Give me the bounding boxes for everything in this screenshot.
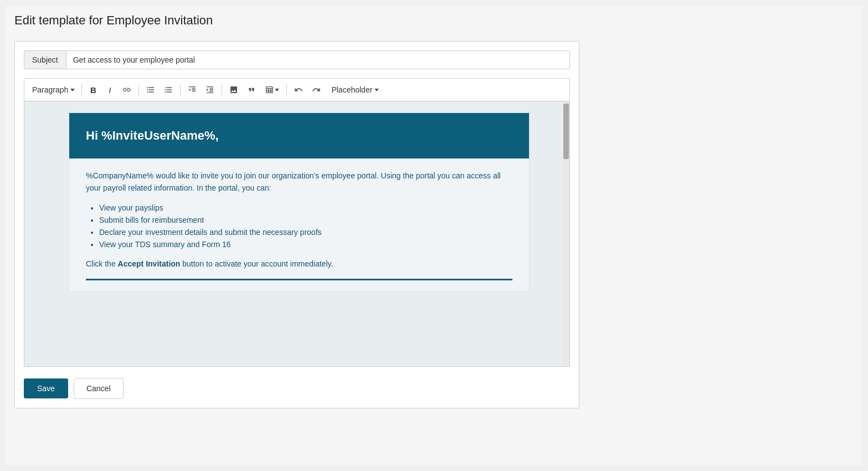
blockquote-icon (247, 85, 256, 94)
outdent-button[interactable] (184, 82, 201, 98)
link-icon (122, 85, 131, 94)
table-icon (265, 85, 274, 94)
indent-button[interactable] (202, 82, 218, 98)
cancel-button[interactable]: Cancel (74, 378, 124, 399)
list-item: Declare your investment details and subm… (99, 228, 512, 237)
list-item: View your payslips (99, 203, 512, 212)
toolbar-divider-3 (180, 84, 181, 95)
subject-label: Subject (24, 51, 66, 69)
placeholder-label: Placeholder (331, 85, 372, 94)
cta-suffix: button to activate your account immediat… (180, 259, 333, 268)
undo-button[interactable] (290, 82, 307, 98)
subject-input[interactable] (66, 51, 569, 69)
list-item: Submit bills for reimbursement (99, 216, 512, 224)
subject-row: Subject (24, 50, 570, 69)
paragraph-select[interactable]: Paragraph (29, 83, 78, 96)
paragraph-chevron-icon (70, 89, 75, 91)
scrollbar-track[interactable] (563, 101, 569, 366)
save-button[interactable]: Save (24, 378, 68, 398)
blockquote-button[interactable] (243, 82, 260, 98)
placeholder-chevron-icon (374, 89, 379, 91)
actions-row: Save Cancel (24, 378, 570, 399)
page-container: Edit template for Employee Invitation Su… (6, 6, 862, 465)
email-cta: Click the Accept Invitation button to ac… (86, 258, 512, 270)
link-button[interactable] (119, 82, 135, 98)
editor-wrapper: Subject Paragraph B I (14, 41, 579, 408)
indent-icon (206, 85, 214, 94)
editor-content-area[interactable]: Hi %InviteUserName%, %CompanyName% would… (24, 101, 570, 367)
toolbar-divider-4 (222, 84, 222, 95)
undo-icon (294, 85, 303, 94)
email-list: View your payslips Submit bills for reim… (99, 203, 512, 249)
unordered-list-button[interactable] (142, 82, 159, 98)
redo-button[interactable] (308, 82, 325, 98)
image-button[interactable] (225, 82, 242, 98)
toolbar-divider-1 (81, 84, 82, 95)
table-chevron-icon (275, 89, 279, 91)
table-button[interactable] (261, 82, 283, 98)
email-greeting: Hi %InviteUserName%, (86, 129, 512, 143)
toolbar-divider-2 (138, 84, 139, 95)
italic-button[interactable]: I (102, 82, 117, 98)
outdent-icon (188, 85, 197, 94)
page-title: Edit template for Employee Invitation (14, 13, 854, 28)
email-header: Hi %InviteUserName%, (69, 113, 529, 158)
image-icon (229, 85, 238, 94)
redo-icon (312, 85, 321, 94)
bold-button[interactable]: B (85, 82, 101, 98)
toolbar: Paragraph B I (24, 78, 570, 101)
cta-link: Accept Invitation (118, 259, 181, 268)
email-preview: Hi %InviteUserName%, %CompanyName% would… (69, 112, 530, 292)
placeholder-dropdown[interactable]: Placeholder (328, 83, 382, 96)
scrollbar-thumb[interactable] (563, 104, 569, 159)
paragraph-select-label: Paragraph (32, 85, 68, 94)
unordered-list-icon (146, 85, 155, 94)
email-body: %CompanyName% would like to invite you t… (69, 170, 529, 270)
email-intro: %CompanyName% would like to invite you t… (86, 170, 512, 194)
toolbar-divider-5 (286, 84, 287, 95)
ordered-list-button[interactable] (160, 82, 177, 98)
ordered-list-icon (164, 85, 173, 94)
list-item: View your TDS summary and Form 16 (99, 240, 512, 249)
cta-prefix: Click the (86, 259, 118, 268)
email-footer-line (86, 279, 512, 280)
